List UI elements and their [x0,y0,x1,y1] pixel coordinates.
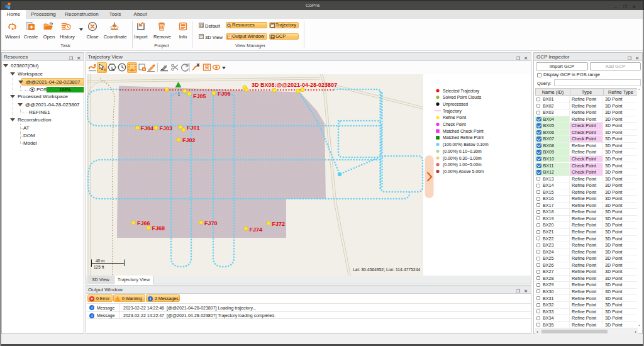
svg-text:FJ74: FJ74 [250,226,263,233]
svg-text:Selected Trajectory: Selected Trajectory [443,89,480,94]
svg-text:Unprocessed: Unprocessed [443,102,468,107]
svg-text:Lat: 30.4564952; Lon: 114.4775: Lat: 30.4564952; Lon: 114.4775244 [353,267,420,272]
svg-text:FJ01: FJ01 [187,125,200,131]
svg-text:FJ68: FJ68 [152,225,165,232]
svg-text:FJ03: FJ03 [160,125,173,131]
svg-text:FJ04: FJ04 [141,125,154,131]
svg-text:1: 1 [178,92,180,96]
svg-text:FJ70: FJ70 [204,220,218,226]
svg-text:(0.00%) Above 5.00m: (0.00%) Above 5.00m [443,169,484,174]
svg-text:(0.00%) 1.00~5.00m: (0.00%) 1.00~5.00m [443,162,482,167]
svg-text:125 ft: 125 ft [94,265,104,269]
svg-text:Solved Point Clouds: Solved Point Clouds [443,95,482,99]
svg-text:FJ72: FJ72 [272,221,286,227]
svg-text:Trajectory: Trajectory [443,109,462,114]
svg-text:(100.00%) Below 0.10m: (100.00%) Below 0.10m [443,142,489,147]
svg-text:FJ05: FJ05 [193,93,206,99]
svg-text:FJ66: FJ66 [137,220,150,226]
svg-text:Matched Check Point: Matched Check Point [443,129,484,133]
svg-text:(0.00%) 0.30~1.00m: (0.00%) 0.30~1.00m [443,156,482,161]
svg-text:Refine Point: Refine Point [443,115,466,120]
svg-text:3D BX08:@@2021-04-28-023807: 3D BX08:@@2021-04-28-023807 [252,82,337,88]
svg-text:(0.00%) 0.10~0.30m: (0.00%) 0.10~0.30m [443,149,482,154]
svg-text:Matched Refine Point: Matched Refine Point [443,135,484,140]
svg-text:40 m: 40 m [96,259,104,263]
svg-text:FJ06: FJ06 [218,91,231,97]
svg-text:FJ02: FJ02 [182,137,196,143]
svg-text:Check Point: Check Point [443,122,466,126]
